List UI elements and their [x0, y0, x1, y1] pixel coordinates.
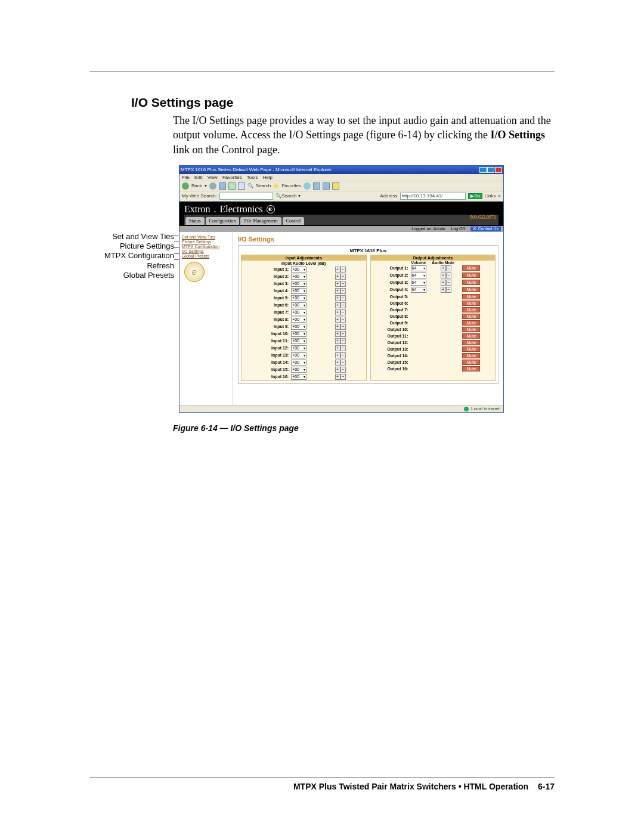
minimize-icon[interactable]: [479, 167, 487, 173]
output-volume-select[interactable]: 64▾: [411, 272, 426, 278]
tab-control[interactable]: Control: [283, 217, 304, 225]
input-level-select[interactable]: +00▾: [291, 302, 306, 308]
input-level-up-button[interactable]: +: [335, 274, 340, 280]
input-level-select[interactable]: +00▾: [291, 317, 306, 323]
output-volume-up-button[interactable]: +: [441, 280, 446, 286]
mute-button[interactable]: Mute: [462, 333, 480, 339]
sidebar-item-io-settings[interactable]: I/O Settings: [182, 249, 230, 253]
favorites-button[interactable]: Favorites: [281, 183, 301, 188]
sidebar-item-mtpx-config[interactable]: MTPX Configuration: [182, 244, 230, 249]
input-level-select[interactable]: +00▾: [291, 345, 306, 351]
menu-tools[interactable]: Tools: [247, 175, 258, 180]
input-level-down-button[interactable]: −: [340, 360, 346, 366]
input-level-up-button[interactable]: +: [335, 338, 340, 344]
mute-button[interactable]: Mute: [462, 360, 480, 365]
input-level-select[interactable]: +00▾: [291, 374, 306, 380]
input-level-down-button[interactable]: −: [340, 345, 346, 351]
links-label[interactable]: Links: [485, 193, 496, 199]
input-level-up-button[interactable]: +: [335, 345, 340, 351]
stop-icon[interactable]: [219, 182, 226, 190]
input-level-up-button[interactable]: +: [335, 317, 340, 323]
close-icon[interactable]: [495, 167, 502, 173]
menu-help[interactable]: Help: [262, 175, 272, 180]
input-level-down-button[interactable]: −: [340, 309, 346, 315]
mute-button[interactable]: Mute: [462, 366, 480, 371]
input-level-select[interactable]: +00▾: [291, 331, 306, 337]
input-level-select[interactable]: +00▾: [291, 281, 306, 287]
input-level-select[interactable]: +00▾: [291, 324, 306, 330]
home-icon[interactable]: [238, 182, 245, 190]
search-button[interactable]: Search: [256, 183, 271, 188]
go-button[interactable]: ▶ Go: [468, 193, 482, 199]
mute-button[interactable]: Mute: [462, 327, 480, 332]
input-level-up-button[interactable]: +: [335, 331, 340, 337]
sidebar-item-set-view-ties[interactable]: Set and View Ties: [182, 235, 230, 239]
menu-file[interactable]: File: [182, 175, 190, 180]
input-level-down-button[interactable]: −: [340, 274, 346, 280]
mute-button[interactable]: Mute: [462, 346, 480, 352]
input-level-down-button[interactable]: −: [340, 352, 346, 358]
search-icon[interactable]: 🔍: [247, 183, 253, 188]
address-input[interactable]: http://10.13.194.41/: [400, 193, 466, 200]
mute-button[interactable]: Mute: [462, 280, 480, 285]
input-level-down-button[interactable]: −: [340, 281, 346, 287]
output-volume-down-button[interactable]: −: [446, 265, 451, 271]
mute-button[interactable]: Mute: [462, 353, 480, 358]
back-button[interactable]: Back: [191, 183, 202, 188]
mute-button[interactable]: Mute: [462, 265, 480, 271]
myweb-search-icon[interactable]: 🔍Search ▾: [275, 193, 301, 199]
contact-us-link[interactable]: ✉ Contact Us: [470, 227, 501, 231]
myweb-input[interactable]: [219, 193, 273, 200]
input-level-up-button[interactable]: +: [335, 352, 340, 358]
input-level-down-button[interactable]: −: [340, 324, 346, 330]
mute-button[interactable]: Mute: [462, 287, 480, 292]
print-icon[interactable]: [323, 182, 330, 190]
input-level-select[interactable]: +00▾: [291, 360, 306, 366]
output-volume-select[interactable]: 64▾: [411, 287, 426, 293]
input-level-select[interactable]: +00▾: [291, 338, 306, 344]
favorites-star-icon[interactable]: ⭐: [273, 183, 279, 188]
input-level-up-button[interactable]: +: [335, 281, 340, 287]
log-off-link[interactable]: Log Off: [451, 227, 465, 231]
input-level-down-button[interactable]: −: [340, 338, 346, 344]
tab-status[interactable]: Status: [185, 217, 205, 225]
input-level-select[interactable]: +00▾: [291, 288, 306, 294]
input-level-down-button[interactable]: −: [340, 374, 346, 380]
output-volume-down-button[interactable]: −: [446, 287, 451, 293]
output-volume-up-button[interactable]: +: [441, 272, 446, 278]
output-volume-select[interactable]: 64▾: [411, 265, 426, 271]
mute-button[interactable]: Mute: [462, 301, 480, 306]
menu-favorites[interactable]: Favorites: [222, 175, 242, 180]
menu-edit[interactable]: Edit: [194, 175, 203, 180]
output-volume-down-button[interactable]: −: [446, 280, 451, 286]
output-volume-up-button[interactable]: +: [441, 287, 446, 293]
sidebar-item-global-presets[interactable]: Global Presets: [182, 254, 230, 258]
edit-icon[interactable]: [332, 182, 339, 190]
input-level-up-button[interactable]: +: [335, 295, 340, 301]
menu-view[interactable]: View: [208, 175, 218, 180]
mute-button[interactable]: Mute: [462, 272, 480, 278]
input-level-up-button[interactable]: +: [335, 309, 340, 315]
mute-button[interactable]: Mute: [462, 314, 480, 319]
forward-icon[interactable]: [209, 182, 216, 190]
output-volume-select[interactable]: 64▾: [411, 280, 426, 286]
mail-icon[interactable]: [313, 182, 320, 190]
mute-button[interactable]: Mute: [462, 307, 480, 312]
input-level-up-button[interactable]: +: [335, 288, 340, 294]
maximize-icon[interactable]: [487, 167, 494, 173]
sidebar-item-picture-settings[interactable]: Picture Settings: [182, 240, 230, 244]
input-level-select[interactable]: +00▾: [291, 309, 306, 315]
tab-configuration[interactable]: Configuration: [206, 217, 240, 225]
mute-button[interactable]: Mute: [462, 294, 480, 299]
input-level-up-button[interactable]: +: [335, 267, 340, 272]
input-level-select[interactable]: +00▾: [291, 367, 306, 373]
input-level-select[interactable]: +00▾: [291, 295, 306, 301]
input-level-down-button[interactable]: −: [340, 367, 346, 373]
output-volume-up-button[interactable]: +: [441, 265, 446, 271]
refresh-icon[interactable]: [228, 182, 236, 190]
output-volume-down-button[interactable]: −: [446, 272, 451, 278]
input-level-down-button[interactable]: −: [340, 317, 346, 323]
input-level-down-button[interactable]: −: [340, 288, 346, 294]
input-level-select[interactable]: +00▾: [291, 274, 306, 280]
input-level-select[interactable]: +00▾: [291, 352, 306, 358]
